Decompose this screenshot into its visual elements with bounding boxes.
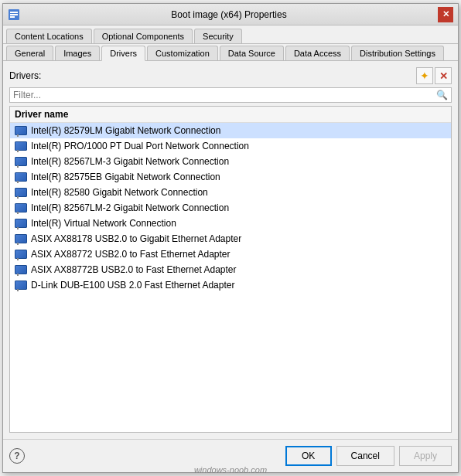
drivers-header: Drivers: ✦ ✕: [9, 67, 452, 84]
title-bar: Boot image (x64) Properties ✕: [3, 4, 458, 26]
driver-item[interactable]: Intel(R) 82567LM-2 Gigabit Network Conne…: [10, 200, 451, 216]
svg-rect-1: [10, 12, 18, 13]
driver-name: ASIX AX88772 USB2.0 to Fast Ethernet Ada…: [31, 249, 230, 260]
driver-item[interactable]: Intel(R) PRO/1000 PT Dual Port Network C…: [10, 138, 451, 154]
tab-general[interactable]: General: [6, 46, 53, 60]
svg-rect-3: [10, 16, 15, 18]
driver-item[interactable]: Intel(R) 82579LM Gigabit Network Connect…: [10, 123, 451, 138]
nic-icon: [15, 140, 27, 152]
nic-icon: [15, 186, 27, 199]
driver-name: ASIX AX88178 USB2.0 to Gigabit Ethernet …: [31, 233, 241, 244]
ok-button[interactable]: OK: [285, 446, 332, 466]
filter-input[interactable]: [13, 90, 436, 100]
help-button[interactable]: ?: [9, 448, 25, 464]
filter-box: 🔍: [9, 87, 452, 103]
driver-item[interactable]: ASIX AX88772 USB2.0 to Fast Ethernet Ada…: [10, 246, 451, 262]
tab-data-source[interactable]: Data Source: [220, 46, 284, 60]
window-title: Boot image (x64) Properties: [20, 9, 438, 20]
driver-item[interactable]: ASIX AX88178 USB2.0 to Gigabit Ethernet …: [10, 231, 451, 246]
tab-images[interactable]: Images: [55, 46, 100, 60]
nic-icon: [15, 171, 27, 183]
driver-item[interactable]: Intel(R) 82575EB Gigabit Network Connect…: [10, 169, 451, 185]
close-button[interactable]: ✕: [438, 7, 453, 22]
properties-window: Boot image (x64) Properties ✕ Content Lo…: [2, 3, 459, 473]
tab-distribution-settings[interactable]: Distribution Settings: [351, 46, 444, 60]
nic-icon: [15, 248, 27, 260]
tab-content-locations[interactable]: Content Locations: [6, 29, 92, 43]
cancel-button[interactable]: Cancel: [336, 446, 394, 466]
driver-item[interactable]: Intel(R) 82567LM-3 Gigabit Network Conne…: [10, 154, 451, 169]
driver-name: Intel(R) 82579LM Gigabit Network Connect…: [31, 125, 220, 136]
driver-item[interactable]: Intel(R) Virtual Network Connection: [10, 216, 451, 231]
nic-icon: [15, 202, 27, 214]
driver-name: Intel(R) 82575EB Gigabit Network Connect…: [31, 172, 220, 182]
watermark: windows-noob.com: [194, 465, 267, 474]
driver-name: Intel(R) PRO/1000 PT Dual Port Network C…: [31, 141, 249, 151]
tab-customization[interactable]: Customization: [147, 46, 218, 60]
tab-data-access[interactable]: Data Access: [285, 46, 350, 60]
driver-name: Intel(R) 82567LM-3 Gigabit Network Conne…: [31, 156, 229, 167]
driver-name: Intel(R) 82580 Gigabit Network Connectio…: [31, 187, 208, 198]
column-header: Driver name: [10, 107, 451, 123]
driver-list: Driver name Intel(R) 82579LM Gigabit Net…: [9, 106, 452, 433]
nic-icon: [15, 264, 27, 276]
window-icon: [8, 8, 20, 21]
driver-item[interactable]: ASIX AX88772B USB2.0 to Fast Ethernet Ad…: [10, 262, 451, 277]
bottom-tab-row: General Images Drivers Customization Dat…: [3, 44, 458, 61]
footer-buttons: OK Cancel Apply: [285, 446, 452, 466]
driver-name: Intel(R) 82567LM-2 Gigabit Network Conne…: [31, 202, 229, 213]
drivers-label: Drivers:: [9, 70, 41, 81]
nic-icon: [15, 155, 27, 168]
svg-rect-2: [10, 14, 18, 15]
driver-name: D-Link DUB-E100 USB 2.0 Fast Ethernet Ad…: [31, 280, 234, 291]
tab-security[interactable]: Security: [194, 29, 242, 43]
tab-drivers[interactable]: Drivers: [101, 46, 145, 61]
driver-item[interactable]: D-Link DUB-E100 USB 2.0 Fast Ethernet Ad…: [10, 277, 451, 293]
content-area: Drivers: ✦ ✕ 🔍 Driver name Intel(R) 8257…: [3, 61, 458, 439]
toolbar-icons: ✦ ✕: [416, 67, 452, 84]
tab-optional-components[interactable]: Optional Components: [94, 29, 193, 43]
driver-item[interactable]: Intel(R) 82580 Gigabit Network Connectio…: [10, 185, 451, 200]
driver-name: Intel(R) Virtual Network Connection: [31, 218, 176, 229]
nic-icon: [15, 233, 27, 245]
apply-button[interactable]: Apply: [399, 446, 452, 466]
star-icon: ✦: [420, 70, 429, 82]
remove-icon: ✕: [439, 70, 448, 82]
driver-name: ASIX AX88772B USB2.0 to Fast Ethernet Ad…: [31, 264, 237, 275]
add-driver-button[interactable]: ✦: [416, 67, 433, 84]
nic-icon: [15, 279, 27, 291]
remove-driver-button[interactable]: ✕: [435, 67, 452, 84]
nic-icon: [15, 217, 27, 230]
top-tab-row: Content Locations Optional Components Se…: [3, 26, 458, 44]
nic-icon: [15, 124, 27, 137]
search-icon: 🔍: [436, 90, 448, 100]
